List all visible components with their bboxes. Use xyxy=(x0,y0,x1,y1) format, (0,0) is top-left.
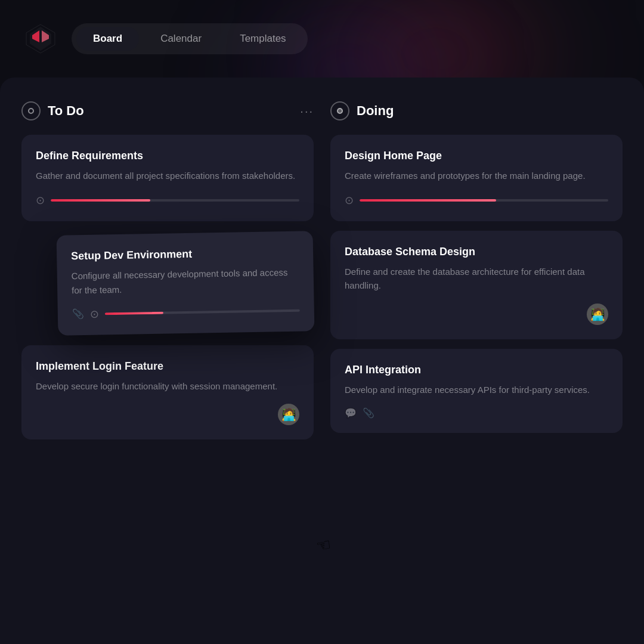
card-title: Setup Dev Environment xyxy=(71,245,299,263)
card-desc: Configure all necessary development tool… xyxy=(72,265,300,297)
progress-bar xyxy=(360,199,608,202)
column-doing-header: Doing xyxy=(330,101,623,120)
todo-icon xyxy=(21,101,41,120)
nav-calendar[interactable]: Calendar xyxy=(144,27,218,51)
avatar: 🧑‍💻 xyxy=(278,404,299,425)
progress-bar xyxy=(105,309,300,315)
card-title: API Integration xyxy=(345,363,608,377)
card-title: Define Requirements xyxy=(36,149,299,163)
todo-title: To Do xyxy=(48,103,293,119)
logo[interactable] xyxy=(24,22,57,55)
doing-title: Doing xyxy=(357,103,623,119)
progress-fill xyxy=(360,199,496,202)
card-desc: Gather and document all project specific… xyxy=(36,169,299,182)
doing-icon xyxy=(330,101,349,120)
todo-menu[interactable]: ··· xyxy=(300,104,314,118)
header: Board Calendar Templates xyxy=(0,0,644,78)
card-desc: Create wireframes and prototypes for the… xyxy=(345,169,608,182)
column-todo: To Do ··· Define Requirements Gather and… xyxy=(21,101,314,620)
card-database-schema[interactable]: Database Schema Design Define and create… xyxy=(330,231,623,339)
check-icon: ⊙ xyxy=(36,194,45,207)
card-desc: Define and create the database architect… xyxy=(345,265,608,293)
attachment-icon: 📎 xyxy=(72,308,84,320)
card-title: Design Home Page xyxy=(345,149,608,163)
check-icon: ⊙ xyxy=(345,194,354,207)
check-icon: ⊙ xyxy=(90,307,99,320)
nav-board[interactable]: Board xyxy=(76,27,139,51)
board: To Do ··· Define Requirements Gather and… xyxy=(0,78,644,644)
card-login[interactable]: Implement Login Feature Develop secure l… xyxy=(21,345,314,440)
card-footer: 🧑‍💻 xyxy=(36,404,299,425)
card-desc: Develop and integrate necessary APIs for… xyxy=(345,383,608,397)
card-footer: ⊙ xyxy=(345,194,608,207)
progress-fill xyxy=(105,311,163,315)
card-api-integration[interactable]: API Integration Develop and integrate ne… xyxy=(330,349,623,434)
comment-icon: 💬 xyxy=(345,407,357,419)
avatar: 🧑‍💻 xyxy=(587,304,608,325)
main-nav: Board Calendar Templates xyxy=(72,23,308,54)
card-footer: 📎 ⊙ xyxy=(72,304,300,321)
card-design-homepage[interactable]: Design Home Page Create wireframes and p… xyxy=(330,135,623,221)
card-title: Implement Login Feature xyxy=(36,360,299,373)
column-todo-header: To Do ··· xyxy=(21,101,314,120)
avatar-img: 🧑‍💻 xyxy=(587,304,608,325)
column-doing: Doing Design Home Page Create wireframes… xyxy=(330,101,623,620)
card-title: Database Schema Design xyxy=(345,245,608,259)
attachment-icon: 📎 xyxy=(363,407,374,419)
avatar-img: 🧑‍💻 xyxy=(278,404,299,425)
card-footer: ⊙ xyxy=(36,194,299,207)
card-desc: Develop secure login functionality with … xyxy=(36,379,299,393)
card-setup-dev[interactable]: Setup Dev Environment Configure all nece… xyxy=(57,231,315,335)
card-footer: 🧑‍💻 xyxy=(345,304,608,325)
columns-wrapper: To Do ··· Define Requirements Gather and… xyxy=(0,78,644,644)
card-define-requirements[interactable]: Define Requirements Gather and document … xyxy=(21,135,314,221)
progress-bar xyxy=(51,199,299,202)
progress-fill xyxy=(51,199,150,202)
card-footer: 💬 📎 xyxy=(345,407,608,419)
nav-templates[interactable]: Templates xyxy=(223,27,302,51)
